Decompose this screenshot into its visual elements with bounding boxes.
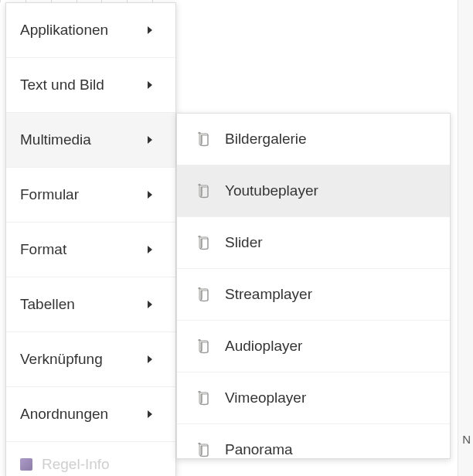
menu-item-anordnungen[interactable]: Anordnungen <box>6 387 175 442</box>
main-menu: Applikationen Text und Bild Multimedia F… <box>5 2 176 476</box>
menu-item-multimedia[interactable]: Multimedia <box>6 113 175 168</box>
chevron-right-icon <box>148 246 152 253</box>
script-icon <box>196 287 211 302</box>
sub-item-label: Bildergalerie <box>225 131 307 148</box>
menu-item-label: Applikationen <box>20 22 108 39</box>
sub-item-label: Youtubeplayer <box>225 182 318 199</box>
menu-item-label: Multimedia <box>20 131 91 148</box>
chevron-right-icon <box>148 26 152 34</box>
sub-item-label: Panorama <box>225 441 293 458</box>
background-panel <box>458 0 473 476</box>
menu-item-verknuepfung[interactable]: Verknüpfung <box>6 332 175 387</box>
sub-item-streamplayer[interactable]: Streamplayer <box>177 269 450 321</box>
sub-item-label: Slider <box>225 234 263 251</box>
menu-item-label: Tabellen <box>20 296 75 313</box>
sub-item-audioplayer[interactable]: Audioplayer <box>177 321 450 372</box>
menu-item-tabellen[interactable]: Tabellen <box>6 277 175 332</box>
chevron-right-icon <box>148 136 152 144</box>
menu-item-label: Formular <box>20 186 79 203</box>
script-icon <box>196 390 211 406</box>
sub-item-label: Vimeoplayer <box>225 389 306 406</box>
menu-item-label: Verknüpfung <box>20 351 103 368</box>
sub-menu-multimedia: Bildergalerie Youtubeplayer Slider Strea… <box>176 113 451 459</box>
menu-item-formular[interactable]: Formular <box>6 168 175 223</box>
sub-item-youtubeplayer[interactable]: Youtubeplayer <box>177 165 450 217</box>
menu-item-format[interactable]: Format <box>6 223 175 277</box>
script-icon <box>196 131 211 147</box>
chevron-right-icon <box>148 355 152 363</box>
menu-item-label: Text und Bild <box>20 76 104 94</box>
info-icon <box>20 458 32 471</box>
menu-item-label: Regel-Info <box>42 456 110 473</box>
chevron-right-icon <box>148 410 152 418</box>
sub-item-label: Streamplayer <box>225 286 312 303</box>
chevron-right-icon <box>148 191 152 199</box>
sub-item-bildergalerie[interactable]: Bildergalerie <box>177 114 450 165</box>
menu-item-label: Format <box>20 241 66 258</box>
sub-item-slider[interactable]: Slider <box>177 217 450 269</box>
sub-item-panorama[interactable]: Panorama <box>177 424 450 458</box>
script-icon <box>196 235 211 250</box>
menu-item-regel-info[interactable]: Regel-Info <box>6 442 175 476</box>
background-text-fragment: N <box>462 433 471 446</box>
script-icon <box>196 338 211 354</box>
menu-item-text-und-bild[interactable]: Text und Bild <box>6 58 175 113</box>
menu-item-applikationen[interactable]: Applikationen <box>6 3 175 58</box>
chevron-right-icon <box>148 81 152 89</box>
script-icon <box>196 183 211 199</box>
chevron-right-icon <box>148 301 152 308</box>
sub-item-vimeoplayer[interactable]: Vimeoplayer <box>177 372 450 424</box>
menu-item-label: Anordnungen <box>20 406 108 423</box>
script-icon <box>196 442 211 457</box>
sub-item-label: Audioplayer <box>225 338 302 355</box>
